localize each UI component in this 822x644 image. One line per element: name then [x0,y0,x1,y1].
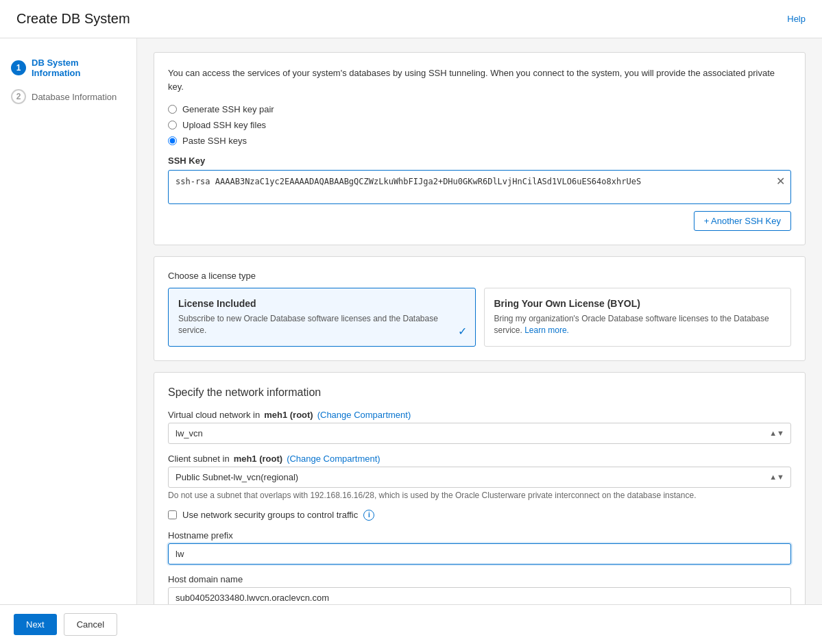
close-ssh-key-button[interactable]: ✕ [776,176,785,187]
subnet-label: Client subnet in meh1 (root) (Change Com… [168,454,791,464]
license-included-card[interactable]: License Included Subscribe to new Oracle… [168,288,476,347]
sidebar-item-database[interactable]: 2 Database Information [0,84,136,110]
subnet-help-text: Do not use a subnet that overlaps with 1… [168,491,791,500]
byol-desc: Bring my organization's Oracle Database … [494,313,782,336]
byol-learn-more-link[interactable]: Learn more. [524,325,569,335]
upload-ssh-option: Upload SSH key files [168,120,791,130]
license-section-card: Choose a license type License Included S… [154,256,806,361]
ssh-section-card: You can access the services of your syst… [154,52,806,245]
sidebar-item-db-system[interactable]: 1 DB System Information [0,52,136,84]
another-ssh-key-button[interactable]: + Another SSH Key [694,211,791,231]
subnet-select[interactable]: Public Subnet-lw_vcn(regional) [168,467,791,488]
host-domain-label: Host domain name [168,574,791,584]
ssh-intro-text: You can access the services of your syst… [168,66,791,93]
step-2-number: 2 [11,89,26,104]
vcn-change-compartment-link[interactable]: (Change Compartment) [317,410,411,420]
vcn-compartment-name: meh1 (root) [264,410,313,420]
license-included-checkmark: ✓ [458,325,467,338]
paste-ssh-option: Paste SSH keys [168,136,791,146]
nsg-info-icon: i [363,510,374,521]
subnet-form-group: Client subnet in meh1 (root) (Change Com… [168,454,791,500]
next-button[interactable]: Next [14,614,57,635]
sidebar-label-db-system: DB System Information [32,58,125,78]
generate-ssh-label: Generate SSH key pair [182,104,274,114]
network-section-card: Specify the network information Virtual … [154,372,806,644]
sidebar-label-database: Database Information [32,92,117,102]
nsg-checkbox-row: Use network security groups to control t… [168,510,791,521]
upload-ssh-radio[interactable] [168,121,177,129]
nsg-form-group: Use network security groups to control t… [168,510,791,521]
vcn-form-group: Virtual cloud network in meh1 (root) (Ch… [168,410,791,444]
sidebar: 1 DB System Information 2 Database Infor… [0,38,137,644]
footer-bar: Next Cancel [0,604,822,644]
page-title: Create DB System [16,11,130,27]
page-header: Create DB System Help [0,0,822,38]
ssh-key-label: SSH Key [168,156,791,166]
ssh-key-box: ssh-rsa AAAAB3NzaC1yc2EAAAADAQABAABgQCZW… [168,170,791,204]
byol-title: Bring Your Own License (BYOL) [494,298,782,309]
vcn-select-wrapper: lw_vcn ▲▼ [168,423,791,444]
step-1-number: 1 [11,60,26,75]
paste-ssh-radio[interactable] [168,136,177,145]
cancel-button[interactable]: Cancel [64,613,117,636]
license-included-title: License Included [178,298,466,309]
hostname-form-group: Hostname prefix [168,530,791,565]
vcn-select[interactable]: lw_vcn [168,423,791,444]
help-link[interactable]: Help [787,14,806,24]
license-type-label: Choose a license type [168,271,791,281]
ssh-key-text: ssh-rsa AAAAB3NzaC1yc2EAAAADAQABAABgQCZW… [176,176,766,188]
nsg-checkbox[interactable] [168,510,177,519]
subnet-change-compartment-link[interactable]: (Change Compartment) [287,454,380,464]
hostname-label: Hostname prefix [168,530,791,541]
license-included-desc: Subscribe to new Oracle Database softwar… [178,313,466,336]
host-domain-form-group: Host domain name [168,574,791,608]
network-section-title: Specify the network information [168,386,791,399]
main-content: You can access the services of your syst… [137,38,822,644]
hostname-input[interactable] [168,543,791,565]
paste-ssh-label: Paste SSH keys [182,136,247,146]
nsg-label: Use network security groups to control t… [182,510,358,520]
subnet-select-wrapper: Public Subnet-lw_vcn(regional) ▲▼ [168,467,791,488]
vcn-label: Virtual cloud network in meh1 (root) (Ch… [168,410,791,420]
generate-ssh-radio[interactable] [168,105,177,114]
byol-card[interactable]: Bring Your Own License (BYOL) Bring my o… [484,288,792,347]
upload-ssh-label: Upload SSH key files [182,120,266,130]
subnet-compartment-name: meh1 (root) [234,454,283,464]
license-cards: License Included Subscribe to new Oracle… [168,288,791,347]
generate-ssh-option: Generate SSH key pair [168,104,791,114]
ssh-radio-group: Generate SSH key pair Upload SSH key fil… [168,104,791,146]
